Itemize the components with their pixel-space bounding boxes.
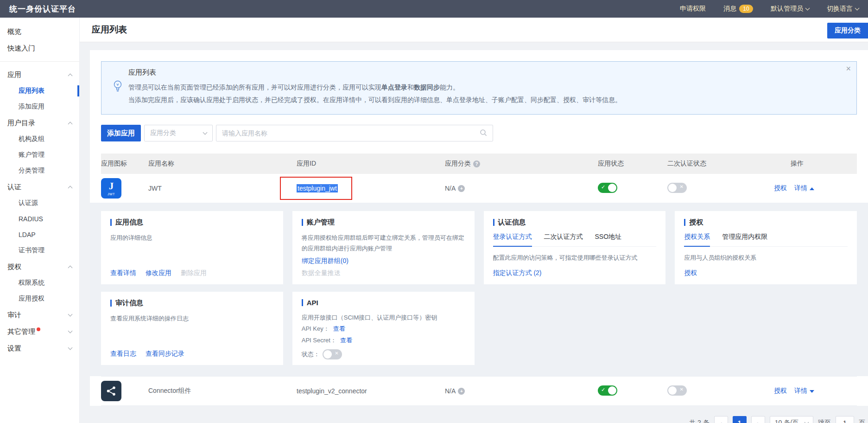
sidebar-group-other[interactable]: 其它管理 xyxy=(0,323,79,340)
api-status-toggle[interactable]: ✕ xyxy=(323,349,342,359)
sidebar-group-audit[interactable]: 审计 xyxy=(0,307,79,323)
question-circle-icon[interactable]: ? xyxy=(473,160,480,167)
view-api-secret-link[interactable]: 查看 xyxy=(340,335,352,346)
tab-manage-app-perms[interactable]: 管理应用内权限 xyxy=(722,233,767,247)
search-input[interactable] xyxy=(222,129,480,137)
messages-link[interactable]: 消息 10 xyxy=(723,5,753,13)
close-icon[interactable]: × xyxy=(846,64,851,73)
notice-box: 应用列表 管理员可以在当前页面管理已经添加的所有应用，并可以对应用进行分类，应用… xyxy=(101,61,857,115)
sidebar-item-cert-mgmt[interactable]: 证书管理 xyxy=(0,243,79,258)
header-app-icon: 应用图标 xyxy=(101,160,148,168)
detail-link[interactable]: 详情 xyxy=(794,387,814,395)
app-list-card: 应用列表 管理员可以在当前页面管理已经添加的所有应用，并可以对应用进行分类，应用… xyxy=(90,50,868,406)
jwt-app-icon: J JWT xyxy=(101,178,121,199)
two-factor-toggle[interactable]: ✕ xyxy=(667,385,687,396)
header-app-name: 应用名称 xyxy=(148,160,297,168)
next-page-button[interactable]: › xyxy=(751,416,765,423)
app-id-selected-text[interactable]: testplugin_jwt xyxy=(297,184,338,192)
app-status-toggle[interactable]: ✓ xyxy=(598,183,617,193)
notice-title: 应用列表 xyxy=(128,68,621,77)
sidebar: 概览 快速入门 应用 应用列表 添加应用 用户目录 机构及组 账户管理 分类管理… xyxy=(0,18,80,423)
tab-2fa-method[interactable]: 二次认证方式 xyxy=(544,233,583,247)
two-factor-toggle[interactable]: ✕ xyxy=(667,183,687,193)
view-sync-records-link[interactable]: 查看同步记录 xyxy=(146,350,184,358)
view-detail-link[interactable]: 查看详情 xyxy=(110,269,136,277)
connector-icon xyxy=(101,381,121,401)
notification-dot xyxy=(37,327,40,331)
sidebar-item-auth-source[interactable]: 认证源 xyxy=(0,195,79,211)
app-category-cell: N/A + xyxy=(445,387,598,395)
sidebar-item-perm-system[interactable]: 权限系统 xyxy=(0,275,79,291)
prev-page-button[interactable]: ‹ xyxy=(714,416,728,423)
sidebar-item-radius[interactable]: RADIUS xyxy=(0,211,79,227)
chevron-up-icon xyxy=(68,265,73,270)
sidebar-item-ldap[interactable]: LDAP xyxy=(0,227,79,243)
total-count: 共 2 条 xyxy=(689,419,710,423)
sidebar-group-settings[interactable]: 设置 xyxy=(0,340,79,357)
full-data-push-label: 数据全量推送 xyxy=(302,269,341,277)
app-id-cell: testplugin_v2_connector xyxy=(297,387,445,395)
language-menu[interactable]: 切换语言 xyxy=(827,5,859,13)
jump-page-input[interactable] xyxy=(836,416,854,423)
view-api-key-link[interactable]: 查看 xyxy=(333,323,345,335)
sidebar-item-app-authz[interactable]: 应用授权 xyxy=(0,291,79,307)
sidebar-item-app-list[interactable]: 应用列表 xyxy=(0,83,79,99)
authorize-panel-link[interactable]: 授权 xyxy=(684,269,697,277)
modify-app-link[interactable]: 修改应用 xyxy=(146,269,171,277)
app-category-button[interactable]: 应用分类 xyxy=(827,23,868,38)
apply-permission-link[interactable]: 申请权限 xyxy=(680,5,706,13)
view-logs-link[interactable]: 查看日志 xyxy=(110,350,136,358)
search-box xyxy=(216,125,493,141)
plus-circle-icon[interactable]: + xyxy=(458,388,465,395)
chevron-down-icon xyxy=(68,328,73,333)
tab-sso-address[interactable]: SSO地址 xyxy=(595,233,622,247)
panel-app-info: 应用信息 应用的详细信息 查看详情 修改应用 删除应用 xyxy=(101,211,283,284)
lightbulb-icon xyxy=(107,68,128,106)
sidebar-item-overview[interactable]: 概览 xyxy=(0,23,79,40)
sidebar-group-user-directory[interactable]: 用户目录 xyxy=(0,115,79,131)
sidebar-group-auth[interactable]: 认证 xyxy=(0,179,79,195)
panel-authz: 授权 授权关系 管理应用内权限 应用与人员组织的授权关系 授权 xyxy=(675,211,857,284)
sidebar-item-add-app[interactable]: 添加应用 xyxy=(0,99,79,115)
sidebar-item-category-mgmt[interactable]: 分类管理 xyxy=(0,163,79,179)
sidebar-item-quickstart[interactable]: 快速入门 xyxy=(0,40,79,57)
header-operations: 操作 xyxy=(755,160,857,168)
delete-app-link[interactable]: 删除应用 xyxy=(181,269,207,277)
sidebar-item-account-mgmt[interactable]: 账户管理 xyxy=(0,147,79,163)
table-row-connector: Connector组件 testplugin_v2_connector N/A … xyxy=(101,376,857,406)
chevron-down-icon xyxy=(805,6,810,10)
app-name-cell: Connector组件 xyxy=(148,387,297,395)
chevron-down-icon xyxy=(203,130,208,135)
panel-api: API 应用开放接口（SCIM接口、认证用户接口等）密钥 API Key： 查看… xyxy=(292,292,475,365)
authorize-link[interactable]: 授权 xyxy=(774,387,787,395)
authorize-link[interactable]: 授权 xyxy=(774,184,787,192)
add-app-button[interactable]: 添加应用 xyxy=(101,125,141,141)
assign-auth-method-link[interactable]: 指定认证方式 (2) xyxy=(493,269,542,277)
sidebar-item-org-group[interactable]: 机构及组 xyxy=(0,131,79,147)
sidebar-group-authz[interactable]: 授权 xyxy=(0,258,79,275)
bind-app-group-link[interactable]: 绑定应用群组(0) xyxy=(302,257,348,264)
sidebar-group-app[interactable]: 应用 xyxy=(0,66,79,83)
page-title: 应用列表 xyxy=(92,24,127,36)
tab-authz-relation[interactable]: 授权关系 xyxy=(684,233,710,247)
category-select[interactable]: 应用分类 xyxy=(144,125,213,141)
plus-circle-icon[interactable]: + xyxy=(458,185,465,192)
pagination: 共 2 条 ‹ 1 › 10 条/页 跳至 页 xyxy=(90,406,868,423)
panel-audit: 审计信息 查看应用系统详细的操作日志 查看日志 查看同步记录 xyxy=(101,292,283,365)
jump-unit: 页 xyxy=(859,419,865,423)
divider xyxy=(0,61,79,62)
table-row-jwt: J JWT JWT testplugin_jwt N/A + xyxy=(101,174,857,203)
header-app-category: 应用分类 ? xyxy=(445,160,598,168)
page-size-select[interactable]: 10 条/页 xyxy=(770,416,813,423)
caret-down-icon xyxy=(810,390,814,393)
detail-link[interactable]: 详情 xyxy=(794,184,814,192)
tab-login-auth-method[interactable]: 登录认证方式 xyxy=(493,233,532,247)
app-title: 统一身份认证平台 xyxy=(9,4,76,14)
table-header: 应用图标 应用名称 应用ID 应用分类 ? 应用状态 二次认证状态 操作 xyxy=(101,154,857,174)
admin-menu[interactable]: 默认管理员 xyxy=(771,5,809,13)
app-status-toggle[interactable]: ✓ xyxy=(598,385,617,396)
toolbar: 添加应用 应用分类 xyxy=(101,125,857,141)
notice-line-2: 当添加完应用后，应该确认应用处于启用状态，并已经完成了授权。在应用详情中，可以看… xyxy=(128,94,621,106)
page-number-1[interactable]: 1 xyxy=(733,416,747,423)
search-icon[interactable] xyxy=(480,129,487,138)
